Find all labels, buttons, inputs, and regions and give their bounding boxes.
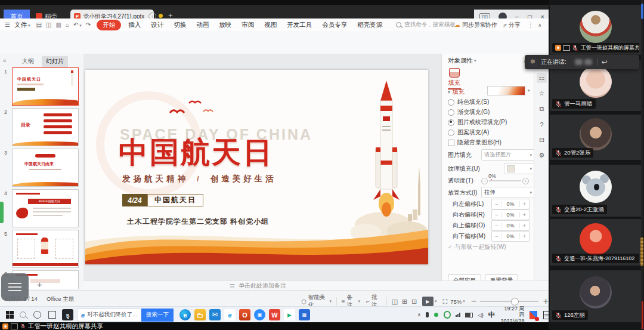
slide-canvas[interactable]: SPACE DAY OF CHINA 中国航天日 发扬航天精神/创造美好生活 4…: [83, 54, 441, 280]
slide-date-badge[interactable]: 4/24: [122, 194, 147, 206]
fill-tab[interactable]: 填充: [448, 68, 461, 90]
ime-indicator[interactable]: 中: [488, 310, 495, 319]
picture-fill-select[interactable]: 请选择图片▾: [481, 149, 535, 161]
participant-tile-5[interactable]: 交通一班-朱燕海-2079116102: [550, 219, 642, 266]
offset-up-stepper[interactable]: −0%+: [491, 220, 530, 231]
tencent-video-icon[interactable]: ▶: [284, 309, 295, 320]
settings-gear-icon[interactable]: ⚙: [537, 150, 547, 161]
news-search-widget[interactable]: e 对不起我们降价了...: [77, 309, 141, 322]
slide[interactable]: SPACE DAY OF CHINA 中国航天日 发扬航天精神/创造美好生活 4…: [85, 70, 428, 264]
export-icon[interactable]: ◫: [46, 21, 51, 28]
texture-fill-select[interactable]: ▾: [504, 163, 535, 174]
tray-green-dot-icon[interactable]: [434, 313, 438, 317]
wps-icon[interactable]: W: [269, 309, 280, 320]
view-reading-icon[interactable]: ⊡: [411, 298, 417, 306]
save-icon[interactable]: ▤: [36, 21, 41, 28]
tray-expand-icon[interactable]: ∧: [417, 312, 421, 317]
participant-tile-6[interactable]: 126左丽: [550, 270, 642, 322]
cortana-icon[interactable]: [33, 311, 41, 319]
tray-mic-icon[interactable]: [426, 312, 429, 317]
tray-network-icon[interactable]: [456, 313, 460, 317]
more-icon[interactable]: ⋮: [528, 21, 534, 28]
menu-tab-devtools[interactable]: 开发工具: [287, 21, 312, 29]
section-collapse-icon[interactable]: ▾: [448, 90, 450, 95]
command-search[interactable]: 查找命令，搜索模板: [396, 21, 456, 29]
tray-battery-icon[interactable]: [465, 313, 473, 317]
undo-icon[interactable]: ↶▾: [73, 21, 82, 28]
offset-down-stepper[interactable]: −0%+: [491, 231, 530, 242]
slide-thumb-4[interactable]: 4/24 中国航天日: [12, 189, 79, 227]
slide-thumb-1[interactable]: 中国航天日: [12, 67, 79, 106]
export-panel-icon[interactable]: ⊟: [537, 135, 547, 145]
print-icon[interactable]: ▥: [55, 21, 61, 28]
collapse-ribbon-icon[interactable]: ∧: [538, 22, 542, 28]
effects-star-icon[interactable]: ☆: [537, 88, 547, 98]
edge-browser-icon[interactable]: e: [179, 309, 191, 320]
tray-clock[interactable]: 19:27 周四 2022/4/28: [500, 306, 525, 324]
menu-tab-slideshow[interactable]: 放映: [219, 21, 231, 29]
slide-thumb-5[interactable]: [12, 230, 79, 268]
hamburger-icon[interactable]: ☰: [5, 21, 10, 28]
menu-tab-view[interactable]: 视图: [264, 21, 277, 29]
slideshow-button[interactable]: ▶: [422, 297, 434, 306]
layers-icon[interactable]: ⧉: [537, 104, 547, 114]
menu-tab-review[interactable]: 审阅: [242, 21, 254, 29]
participant-tile-3[interactable]: 20管2张乐: [550, 115, 642, 160]
tray-volume-icon[interactable]: ◁): [478, 312, 484, 318]
offset-right-stepper[interactable]: −0%+: [491, 209, 530, 220]
theme-name[interactable]: Office 主题: [47, 295, 74, 303]
menu-tab-design[interactable]: 设计: [151, 21, 163, 29]
option-hide-bg[interactable]: 隐藏背景图形(H): [448, 138, 530, 147]
option-pattern-fill[interactable]: 图案填充(A): [448, 128, 530, 137]
share-button[interactable]: ⇗分享: [503, 21, 521, 29]
menu-tab-docer-res[interactable]: 稻壳资源: [357, 21, 382, 29]
sidebar-scrollbar[interactable]: [641, 0, 643, 330]
offset-left-stepper[interactable]: −0%+: [491, 199, 530, 209]
menu-tab-transition[interactable]: 切换: [174, 21, 186, 29]
participant-tile-1[interactable]: 工管一班赵其桐的屏幕共享: [550, 5, 642, 55]
help-icon[interactable]: ?: [537, 119, 547, 129]
properties-icon[interactable]: ⚏: [537, 73, 547, 83]
menu-tab-insert[interactable]: 插入: [128, 21, 141, 29]
task-view-icon[interactable]: [48, 311, 56, 319]
widget-search-button[interactable]: 搜索一下: [141, 309, 174, 322]
slide-subtitle[interactable]: 发扬航天精神/创造美好生活: [122, 174, 277, 184]
start-button[interactable]: [6, 311, 14, 319]
redo-icon[interactable]: ↷: [86, 21, 91, 28]
file-explorer-icon[interactable]: 🗀: [194, 309, 206, 320]
fit-slide-icon[interactable]: ⛶: [443, 298, 448, 306]
office-icon[interactable]: O: [239, 309, 250, 320]
placement-select[interactable]: 拉伸▾: [481, 187, 535, 198]
transparency-slider[interactable]: − +: [481, 178, 529, 184]
tab-outline[interactable]: 大纲: [18, 56, 38, 67]
app-icon-dark[interactable]: ȿ: [62, 309, 73, 320]
add-slide-button[interactable]: +: [37, 279, 42, 289]
menu-tab-start[interactable]: 开始: [97, 20, 121, 30]
meeting-app-icon[interactable]: ▣: [254, 309, 265, 320]
option-solid-fill[interactable]: 纯色填充(S): [448, 98, 530, 106]
slide-date-label[interactable]: 中国航天日: [147, 194, 203, 206]
zoom-level[interactable]: 75%: [450, 298, 462, 305]
fill-preview-swatch[interactable]: [487, 86, 525, 95]
menu-file[interactable]: 文件▾: [14, 21, 30, 29]
rotate-with-shape[interactable]: ✓与形状一起旋转(W): [448, 243, 530, 251]
collaborate-button[interactable]: ◔协作: [481, 21, 497, 29]
notes-bar[interactable]: ☰ 单击此处添加备注: [83, 280, 549, 291]
participant-tile-4[interactable]: 交通20-2王激涵: [550, 165, 642, 217]
collapse-toast-icon[interactable]: ↩: [602, 58, 608, 66]
app-icon-blue-grid[interactable]: ▦: [299, 309, 310, 320]
slideshow-caret-icon[interactable]: ▾: [435, 299, 437, 304]
option-gradient-fill[interactable]: 渐变填充(G): [448, 108, 530, 116]
tab-slides[interactable]: 幻灯片: [42, 56, 68, 67]
view-normal-icon[interactable]: ◫: [392, 298, 398, 306]
zoom-slider-handle[interactable]: [511, 298, 519, 306]
option-picture-fill[interactable]: 图片或纹理填充(P): [448, 118, 530, 127]
zoom-slider[interactable]: [480, 301, 538, 302]
scrollbar-handle[interactable]: [641, 4, 643, 19]
tray-notify-app-icon[interactable]: [530, 311, 538, 319]
mail-icon[interactable]: ✉: [209, 309, 221, 320]
zoom-in-button[interactable]: +: [543, 296, 549, 307]
collapse-panel-icon[interactable]: «: [3, 57, 7, 64]
swatch-caret-icon[interactable]: ▾: [528, 88, 530, 93]
view-sorter-icon[interactable]: ⊞: [402, 298, 407, 306]
